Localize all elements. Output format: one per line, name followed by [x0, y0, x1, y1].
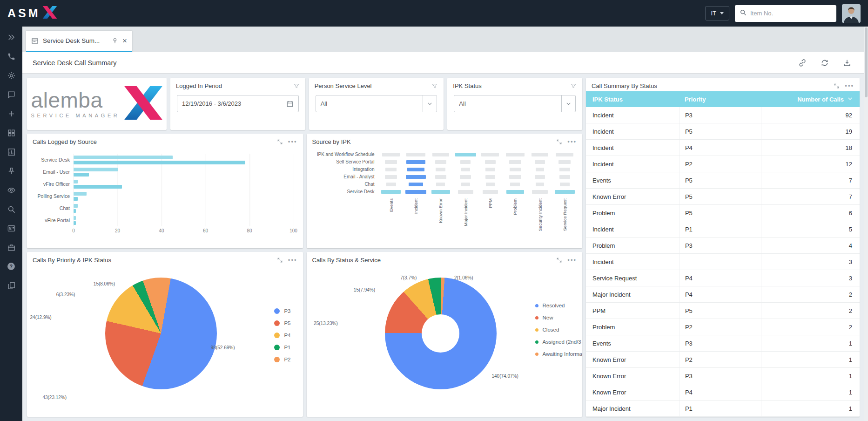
table-cell: 1 [761, 352, 860, 367]
tab-close-icon[interactable]: × [122, 37, 127, 45]
tab-pin-icon[interactable] [112, 37, 118, 44]
heatmap-bar [385, 175, 397, 179]
heatmap-cell [405, 181, 427, 188]
heatmap-bar [406, 160, 425, 164]
vertical-scrollbar[interactable] [864, 27, 868, 421]
table-cell: P4 [679, 270, 761, 286]
table-cell: Incident [586, 156, 679, 172]
table-row[interactable]: Incident3 [586, 254, 860, 270]
heatmap-bar [432, 153, 449, 156]
table-row[interactable]: EventsP31 [586, 335, 860, 352]
region-selector[interactable]: IT [705, 6, 729, 20]
legend-item[interactable]: P4 [274, 333, 290, 338]
card-menu-icon[interactable]: ••• [288, 141, 297, 143]
briefcase-icon[interactable] [7, 243, 16, 252]
heatmap-column-label: Service Request [562, 198, 567, 231]
filter-icon[interactable] [293, 83, 300, 89]
table-cell [679, 254, 761, 270]
heatmap-column-label: Security Incident [538, 198, 543, 231]
table-cell: 6 [761, 205, 860, 221]
legend-item[interactable]: P3 [274, 308, 290, 314]
table-row[interactable]: Service RequestP43 [586, 270, 860, 286]
table-row[interactable]: IncidentP519 [586, 123, 860, 140]
card-menu-icon[interactable]: ••• [845, 85, 854, 87]
search-input[interactable] [750, 10, 832, 17]
search-icon [740, 9, 747, 18]
table-row[interactable]: IncidentP212 [586, 156, 860, 172]
legend-item[interactable]: Closed [535, 327, 582, 333]
table-row[interactable]: EventsP57 [586, 172, 860, 189]
copy-pages-icon[interactable] [7, 281, 16, 290]
ipk-status-select[interactable]: All [454, 95, 576, 112]
heatmap-cell [479, 158, 501, 165]
heatmap-bar [559, 168, 571, 171]
legend-item[interactable]: Awaiting Informa [535, 351, 582, 357]
table-row[interactable]: IncidentP418 [586, 140, 860, 156]
table-row[interactable]: IncidentP392 [586, 107, 860, 123]
expand-icon[interactable] [556, 257, 562, 263]
heatmap-cell [554, 166, 576, 173]
expand-icon[interactable] [834, 83, 840, 89]
table-row[interactable]: Major IncidentP42 [586, 286, 860, 303]
legend-item[interactable]: P5 [274, 320, 290, 326]
slice-label: 43(23.12%) [42, 394, 67, 400]
column-header-ipk-status[interactable]: IPK Status [586, 91, 679, 107]
date-range-input[interactable]: 12/19/2016 - 3/6/2023 [177, 95, 299, 112]
filter-icon[interactable] [431, 83, 438, 89]
dashboard-chart-icon[interactable] [7, 147, 16, 156]
heatmap-chart: IPK and Workflow ScheduleSelf Service Po… [307, 147, 583, 248]
filter-icon[interactable] [570, 83, 577, 89]
expand-icon[interactable] [277, 257, 283, 263]
table-row[interactable]: ProblemP22 [586, 319, 860, 335]
table-row[interactable]: Known ErrorP21 [586, 352, 860, 368]
heatmap-bar [555, 190, 575, 194]
pie-chart: P3P5P4P1P2 98(52.69%)43(23.12%)24(12.9%)… [27, 265, 303, 417]
user-avatar[interactable] [842, 4, 861, 23]
apps-grid-icon[interactable] [7, 128, 16, 137]
table-row[interactable]: Known ErrorP57 [586, 189, 860, 205]
person-service-level-select[interactable]: All [316, 95, 437, 112]
contact-card-icon[interactable] [7, 224, 16, 233]
search-sidebar-icon[interactable] [7, 204, 16, 214]
table-row[interactable]: Known ErrorP41 [586, 384, 860, 401]
table-row[interactable]: IncidentP15 [586, 221, 860, 238]
legend-item[interactable]: P1 [274, 345, 290, 350]
table-row[interactable]: Known ErrorP31 [586, 368, 860, 384]
legend-item[interactable]: Assigned (2nd/3 [535, 339, 582, 345]
chat-icon[interactable] [7, 90, 16, 99]
sidebar-expand-icon[interactable] [7, 33, 16, 42]
scrollbar-thumb[interactable] [865, 27, 868, 97]
export-icon[interactable] [843, 59, 851, 67]
heatmap-cell [380, 166, 402, 173]
table-cell: Known Error [586, 352, 679, 367]
legend-item[interactable]: Resolved [535, 303, 582, 308]
table-cell: P3 [679, 335, 761, 351]
plus-icon[interactable] [7, 109, 16, 118]
pin-icon[interactable] [7, 166, 16, 176]
tab-service-desk-summary[interactable]: Service Desk Sum... × [26, 31, 132, 52]
legend-item[interactable]: P2 [274, 357, 290, 362]
phone-icon[interactable] [7, 52, 16, 61]
column-header-priority[interactable]: Priority [679, 91, 761, 107]
card-menu-icon[interactable]: ••• [567, 141, 577, 143]
heatmap-cell [504, 173, 526, 180]
card-menu-icon[interactable]: ••• [567, 259, 577, 261]
eye-icon[interactable] [7, 185, 16, 195]
expand-icon[interactable] [556, 139, 562, 145]
slice-label: 15(8.06%) [94, 281, 115, 286]
table-row[interactable]: ProblemP34 [586, 238, 860, 254]
heatmap-cell [529, 188, 551, 195]
table-row[interactable]: PPMP52 [586, 303, 860, 319]
legend-item[interactable]: New [535, 315, 582, 320]
alemba-logo-card: alemba SERVICE MANAGER [27, 78, 167, 130]
link-icon[interactable] [798, 59, 807, 67]
expand-icon[interactable] [277, 139, 283, 145]
table-row[interactable]: ProblemP56 [586, 205, 860, 221]
refresh-icon[interactable] [821, 59, 829, 67]
help-icon[interactable]: ? [7, 262, 16, 271]
column-header-number-of-calls[interactable]: Number of Calls [761, 91, 860, 107]
calendar-icon[interactable] [286, 100, 294, 108]
gear-icon[interactable] [7, 71, 16, 80]
card-menu-icon[interactable]: ••• [288, 259, 297, 261]
table-row[interactable]: Major IncidentP11 [586, 401, 860, 417]
